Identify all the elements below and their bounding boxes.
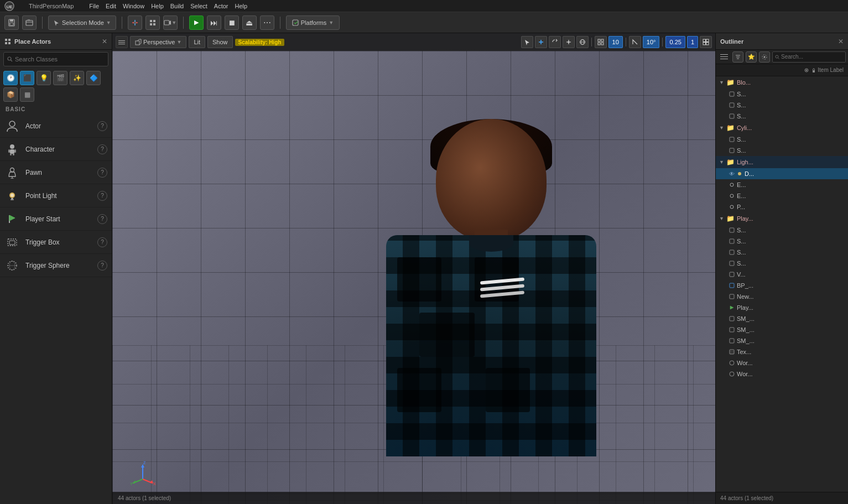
cat-geometry[interactable]: 🔷 (86, 71, 101, 85)
step-play-button[interactable]: ⏭ (207, 15, 221, 30)
play-options-button[interactable]: ⋯ (260, 15, 274, 30)
outliner-item-wor1[interactable]: Wor... (716, 357, 848, 368)
actor-item-trigger-box[interactable]: Trigger Box ? (0, 231, 112, 254)
search-bar[interactable] (3, 52, 108, 66)
cat-basic[interactable]: ⬛ (20, 71, 34, 85)
add-tool[interactable] (535, 36, 547, 48)
world-icon-btn[interactable] (576, 36, 589, 48)
search-input[interactable] (15, 56, 105, 63)
actor-help-trigger-box[interactable]: ? (97, 237, 107, 247)
outliner-item-ligh-e1[interactable]: E... (716, 179, 848, 190)
menu-actor[interactable]: Actor (214, 3, 228, 9)
actor-help-character[interactable]: ? (97, 144, 107, 154)
angle-snap-btn[interactable]: 10° (643, 36, 660, 48)
outliner-search[interactable] (772, 51, 846, 63)
outliner-settings-btn[interactable] (759, 51, 770, 63)
camera-button[interactable]: ▼ (163, 15, 178, 30)
perspective-button[interactable]: Perspective ▼ (130, 36, 186, 48)
stop-button[interactable]: ⏹ (225, 15, 239, 30)
outliner-item-cyli-s2[interactable]: S... (716, 145, 848, 156)
camera-speed-btn[interactable]: 0.25 (665, 36, 685, 48)
cat-volumes[interactable]: 📦 (3, 87, 18, 102)
save-button[interactable] (4, 15, 19, 30)
outliner-item-wor2[interactable]: Wor... (716, 368, 848, 380)
outliner-close[interactable]: ✕ (838, 38, 844, 45)
cat-recent[interactable]: 🕐 (3, 71, 18, 85)
actor-item-pawn[interactable]: Pawn ? (0, 161, 112, 184)
actor-help-trigger-sphere[interactable]: ? (97, 261, 107, 271)
outliner-item-play-v[interactable]: V... (716, 269, 848, 280)
outliner-filter-btn[interactable] (732, 51, 743, 63)
outliner-item-blo-s2[interactable]: S... (716, 100, 848, 111)
viewport-menu-button[interactable] (116, 36, 128, 48)
outliner-item-play-s1[interactable]: S... (716, 225, 848, 236)
menu-help2[interactable]: Help (235, 3, 248, 9)
outliner-item-blo-s3[interactable]: S... (716, 111, 848, 122)
actor-item-actor[interactable]: Actor ? (0, 115, 112, 138)
rotate-tool[interactable] (549, 36, 561, 48)
outliner-menu-btn[interactable] (718, 51, 730, 63)
move-tool[interactable] (563, 36, 575, 48)
cat-visual[interactable]: ✨ (70, 71, 84, 85)
screen-percentage-btn[interactable]: 1 (687, 36, 698, 48)
menu-window[interactable]: Window (123, 3, 144, 9)
outliner-group-header-ligh[interactable]: ▼ 📁 Ligh... (716, 156, 848, 168)
grid-button[interactable] (595, 36, 607, 48)
outliner-item-cyli-s1[interactable]: S... (716, 134, 848, 145)
menu-file[interactable]: File (89, 3, 99, 9)
select-tool[interactable] (521, 36, 533, 48)
outliner-item-ligh-e2[interactable]: E... (716, 190, 848, 201)
menu-edit[interactable]: Edit (106, 3, 116, 9)
actor-item-point-light[interactable]: Point Light ? (0, 184, 112, 207)
cat-cinematic[interactable]: 🎬 (53, 71, 67, 85)
outliner-item-sm1[interactable]: SM_... (716, 313, 848, 324)
actor-help-pawn[interactable]: ? (97, 168, 107, 178)
viewport-scene[interactable]: Z X Y 44 actors (1 selected) (112, 51, 715, 504)
actor-help-player-start[interactable]: ? (97, 214, 107, 224)
place-actors-close[interactable]: ✕ (102, 38, 107, 45)
eject-button[interactable]: ⏏ (242, 15, 257, 30)
actor-item-player-start[interactable]: Player Start ? (0, 207, 112, 231)
outliner-item-play-s3[interactable]: S... (716, 247, 848, 258)
outliner-item-ligh-p[interactable]: P... (716, 201, 848, 212)
scalability-badge[interactable]: Scalability: High (235, 39, 285, 46)
outliner-item-blo-s1[interactable]: S... (716, 89, 848, 100)
play-button[interactable]: ▶ (189, 15, 204, 30)
menu-select[interactable]: Select (190, 3, 207, 9)
platforms-button[interactable]: Platforms ▼ (286, 15, 340, 30)
actor-help-actor[interactable]: ? (97, 121, 107, 131)
menu-build[interactable]: Build (170, 3, 184, 9)
actor-item-trigger-sphere[interactable]: Trigger Sphere ? (0, 254, 112, 277)
menu-help[interactable]: Help (151, 3, 164, 9)
outliner-item-tex[interactable]: Tex... (716, 346, 848, 357)
cat-lights[interactable]: 💡 (37, 71, 51, 85)
snap-button[interactable] (145, 15, 160, 30)
visibility-toggle-d[interactable]: 👁 (729, 171, 735, 177)
outliner-item-playerstart[interactable]: Play... (716, 302, 848, 313)
open-button[interactable] (22, 15, 37, 30)
outliner-sort-btn[interactable]: ⭐ (746, 51, 757, 63)
outliner-group-header-cyli[interactable]: ▼ 📁 Cyli... (716, 122, 848, 134)
angle-snap-icon[interactable] (629, 36, 641, 48)
outliner-item-ligh-d[interactable]: 👁 D... (716, 168, 848, 179)
lit-button[interactable]: Lit (189, 36, 205, 48)
actor-item-character[interactable]: Character ? (0, 138, 112, 161)
outliner-item-new[interactable]: New... (716, 291, 848, 302)
outliner-item-play-s4[interactable]: S... (716, 258, 848, 269)
outliner-item-bp[interactable]: BP_... (716, 280, 848, 291)
grid-size-btn[interactable]: 10 (608, 36, 623, 48)
actor-help-point-light[interactable]: ? (97, 191, 107, 201)
viewport[interactable]: Perspective ▼ Lit Show Scalability: High (112, 33, 715, 504)
outliner-item-sm2[interactable]: SM_... (716, 324, 848, 335)
outliner-group-header-blo[interactable]: ▼ 📁 Blo... (716, 76, 848, 89)
show-button[interactable]: Show (207, 36, 233, 48)
outliner-item-play-s2[interactable]: S... (716, 236, 848, 247)
maximize-viewport-btn[interactable] (700, 36, 712, 48)
cat-all[interactable]: ▦ (20, 87, 34, 102)
outliner-group-header-play[interactable]: ▼ 📁 Play... (716, 212, 848, 225)
outliner-item-sm3[interactable]: SM_... (716, 335, 848, 346)
outliner-search-input[interactable] (781, 54, 843, 60)
transform-tool-button[interactable] (128, 15, 142, 30)
svg-point-19 (8, 57, 11, 60)
selection-mode-button[interactable]: Selection Mode ▼ (48, 15, 116, 30)
